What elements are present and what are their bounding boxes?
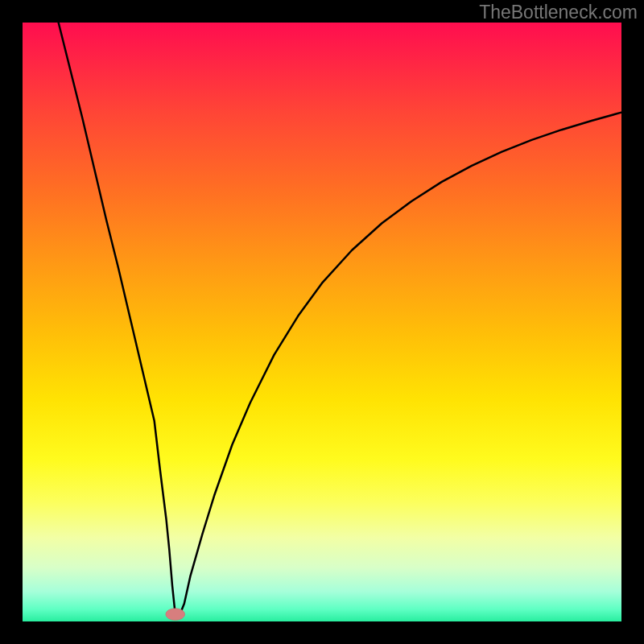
chart-frame: TheBottleneck.com (0, 0, 644, 644)
watermark-text: TheBottleneck.com (479, 2, 638, 23)
minimum-point (166, 609, 185, 621)
line-chart-svg (23, 23, 621, 621)
bottleneck-curve (59, 23, 621, 618)
plot-area (23, 23, 621, 621)
